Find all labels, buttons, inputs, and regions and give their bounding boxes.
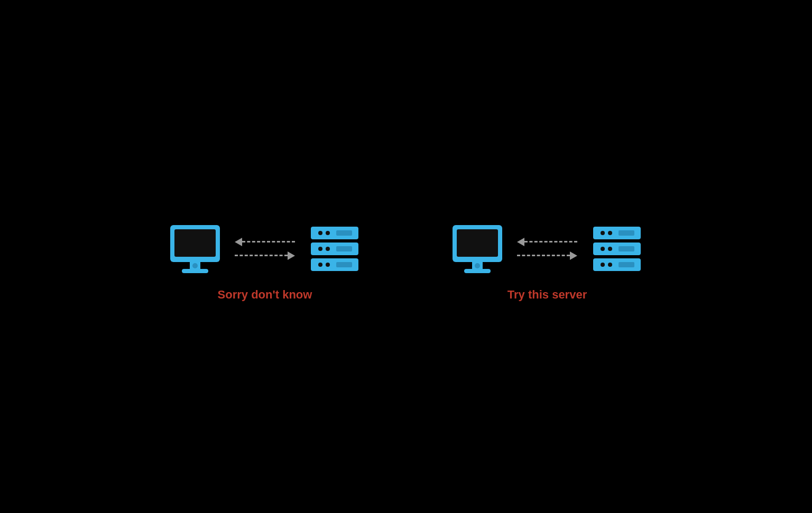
right-icons-row (448, 222, 646, 275)
svg-point-23 (601, 231, 605, 235)
svg-point-31 (601, 263, 605, 267)
right-arrow-up (517, 238, 577, 246)
right-diagram: Try this server (448, 222, 646, 302)
left-label: Sorry don't know (218, 288, 312, 302)
svg-rect-8 (336, 230, 352, 236)
svg-point-15 (326, 263, 330, 267)
svg-point-27 (601, 247, 605, 251)
right-label: Try this server (508, 288, 587, 302)
svg-rect-25 (619, 230, 634, 236)
svg-point-14 (318, 263, 322, 267)
svg-rect-29 (619, 246, 634, 251)
svg-rect-16 (336, 262, 352, 267)
dash-line-left-up (242, 241, 295, 242)
svg-rect-20 (464, 269, 491, 273)
right-server-icon (588, 222, 646, 275)
left-icons-row (166, 222, 364, 275)
svg-point-32 (608, 263, 612, 267)
svg-rect-3 (182, 269, 208, 273)
svg-rect-18 (457, 229, 498, 257)
svg-rect-1 (174, 229, 216, 257)
left-arrows (235, 238, 295, 260)
left-arrow-up (235, 238, 295, 246)
right-computer-icon (448, 222, 506, 275)
arrowhead-left-up (235, 238, 242, 246)
right-arrows (517, 238, 577, 260)
svg-point-6 (318, 231, 322, 235)
svg-point-21 (475, 263, 480, 268)
svg-point-10 (318, 247, 322, 251)
dash-line-left-down (235, 255, 288, 256)
right-arrow-down (517, 251, 577, 260)
left-computer-icon (166, 222, 224, 275)
left-diagram: Sorry don't know (166, 222, 364, 302)
svg-point-28 (608, 247, 612, 251)
dash-line-right-up (524, 241, 577, 242)
arrowhead-left-right-up (517, 238, 524, 246)
left-arrow-down (235, 251, 295, 260)
dash-line-right-down (517, 255, 570, 256)
main-container: Sorry don't know (166, 222, 646, 302)
svg-point-7 (326, 231, 330, 235)
svg-rect-12 (336, 246, 352, 251)
arrowhead-right-down (288, 251, 295, 260)
svg-point-4 (192, 263, 198, 268)
svg-point-11 (326, 247, 330, 251)
arrowhead-right-right-down (570, 251, 577, 260)
left-server-icon (306, 222, 364, 275)
svg-rect-33 (619, 262, 634, 267)
svg-point-24 (608, 231, 612, 235)
